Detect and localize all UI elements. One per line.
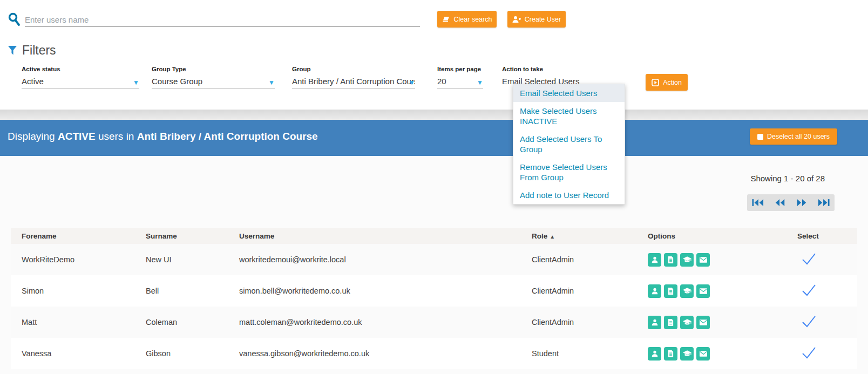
filter-group: Group Anti Bribery / Anti Corruption Cou…: [292, 66, 415, 89]
users-table: Forename Surname Username Role▲ Options …: [11, 228, 857, 369]
cell-options: [648, 253, 797, 267]
search-icon: [7, 12, 22, 26]
filters-heading: Filters: [8, 43, 56, 58]
menu-item-add-users-to-group[interactable]: Add Selected Users To Group: [513, 130, 625, 158]
group-type-value: Course Group: [152, 77, 202, 86]
user-profile-icon[interactable]: [648, 347, 661, 361]
chevron-down-icon: ▼: [133, 79, 139, 86]
email-icon[interactable]: [696, 253, 710, 267]
items-per-page-value: 20: [437, 77, 446, 86]
results-banner: Displaying ACTIVE users in Anti Bribery …: [0, 120, 868, 156]
group-value: Anti Bribery / Anti Corruption Course: [292, 77, 415, 86]
filter-group-type: Group Type Course Group ▼: [152, 66, 275, 89]
banner-prefix: Displaying: [8, 131, 55, 142]
report-icon[interactable]: [664, 253, 677, 267]
user-profile-icon[interactable]: [648, 316, 661, 329]
cell-select: [797, 346, 857, 361]
header-role-label: Role: [532, 232, 547, 240]
cell-options: [648, 316, 797, 329]
group-select[interactable]: Anti Bribery / Anti Corruption Course ▼: [292, 76, 415, 89]
search-input[interactable]: [25, 13, 420, 27]
play-icon: [652, 79, 659, 86]
cell-username: simon.bell@workritedemo.co.uk: [239, 287, 532, 295]
cell-role: ClientAdmin: [532, 287, 648, 295]
filter-label: Action to take: [502, 66, 625, 72]
previous-page-icon[interactable]: [773, 198, 787, 208]
active-status-value: Active: [22, 77, 44, 86]
cell-forename: WorkRiteDemo: [22, 255, 146, 264]
check-icon[interactable]: [802, 315, 816, 328]
header-options: Options: [648, 232, 797, 240]
active-status-select[interactable]: Active ▼: [22, 76, 139, 89]
cell-select: [797, 284, 857, 298]
header-role[interactable]: Role▲: [532, 232, 648, 240]
banner-middle: users in: [98, 131, 134, 142]
first-page-icon[interactable]: [751, 198, 765, 208]
clear-search-label: Clear search: [454, 16, 492, 23]
next-page-icon[interactable]: [795, 198, 809, 208]
table-row: Vanessa Gibson vanessa.gibson@workritede…: [11, 338, 857, 369]
email-icon[interactable]: [696, 316, 710, 329]
top-panel: Clear search Create User Filters Active …: [0, 0, 868, 110]
cell-username: vanessa.gibson@workritedemo.co.uk: [239, 349, 532, 358]
user-profile-icon[interactable]: [648, 284, 661, 298]
check-icon[interactable]: [802, 284, 816, 297]
training-icon[interactable]: [680, 347, 694, 361]
cell-role: Student: [532, 349, 648, 358]
header-username[interactable]: Username: [239, 232, 532, 240]
menu-item-email-selected-users[interactable]: Email Selected Users: [513, 84, 625, 102]
email-icon[interactable]: [696, 284, 710, 298]
create-user-button[interactable]: Create User: [507, 11, 566, 28]
last-page-icon[interactable]: [817, 198, 831, 208]
items-per-page-select[interactable]: 20 ▼: [437, 76, 483, 89]
header-forename[interactable]: Forename: [22, 232, 146, 240]
cell-surname: New UI: [146, 255, 239, 264]
deselect-all-label: Deselect all 20 users: [767, 133, 830, 140]
training-icon[interactable]: [680, 316, 694, 329]
cell-options: [648, 284, 797, 298]
header-surname[interactable]: Surname: [146, 232, 239, 240]
table-row: Matt Coleman matt.coleman@workritedemo.c…: [11, 307, 857, 338]
banner-group: Anti Bribery / Anti Corruption Course: [137, 131, 318, 142]
table-row: WorkRiteDemo New UI workritedemoui@workr…: [11, 244, 857, 275]
report-icon[interactable]: [664, 284, 677, 298]
report-icon[interactable]: [664, 316, 677, 329]
report-icon[interactable]: [664, 347, 677, 361]
cell-forename: Simon: [22, 287, 146, 295]
filter-label: Active status: [22, 66, 139, 72]
menu-item-make-users-inactive[interactable]: Make Selected Users INACTIVE: [513, 102, 625, 130]
deselect-all-button[interactable]: Deselect all 20 users: [750, 128, 837, 145]
filter-active-status: Active status Active ▼: [22, 66, 139, 89]
check-icon[interactable]: [802, 346, 816, 359]
filter-label: Items per page: [437, 66, 483, 72]
user-profile-icon[interactable]: [648, 253, 661, 267]
filter-items-per-page: Items per page 20 ▼: [437, 66, 483, 89]
email-icon[interactable]: [696, 347, 710, 361]
cell-options: [648, 347, 797, 361]
check-icon[interactable]: [802, 253, 816, 266]
group-type-select[interactable]: Course Group ▼: [152, 76, 275, 89]
cell-forename: Vanessa: [22, 349, 146, 358]
action-label: Action: [663, 79, 682, 86]
menu-item-add-note-to-user-record[interactable]: Add note to User Record: [513, 186, 625, 204]
filter-label: Group Type: [152, 66, 275, 72]
cell-username: matt.coleman@workritedemo.co.uk: [239, 318, 532, 327]
action-button[interactable]: Action: [646, 74, 688, 91]
funnel-icon: [8, 45, 17, 56]
banner-text: Displaying ACTIVE users in Anti Bribery …: [8, 131, 318, 142]
cell-select: [797, 315, 857, 330]
filter-label: Group: [292, 66, 415, 72]
cell-forename: Matt: [22, 318, 146, 327]
filters-title: Filters: [22, 43, 56, 58]
clear-search-button[interactable]: Clear search: [437, 11, 497, 28]
training-icon[interactable]: [680, 253, 694, 267]
chevron-down-icon: ▼: [268, 79, 275, 86]
table-header-row: Forename Surname Username Role▲ Options …: [11, 228, 857, 244]
showing-count: Showing 1 - 20 of 28: [750, 174, 825, 183]
pagination-bar: [747, 194, 835, 211]
cell-username: workritedemoui@workrite.local: [239, 255, 532, 264]
table-row: Simon Bell simon.bell@workritedemo.co.uk…: [11, 275, 857, 307]
menu-item-remove-users-from-group[interactable]: Remove Selected Users From Group: [513, 158, 625, 186]
stop-square-icon: [757, 134, 763, 140]
training-icon[interactable]: [680, 284, 694, 298]
